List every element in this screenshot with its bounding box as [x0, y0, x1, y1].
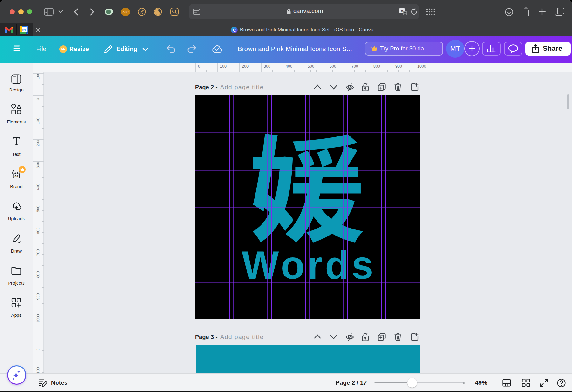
- svg-text:C: C: [233, 28, 236, 33]
- svg-text:co: co: [14, 174, 18, 178]
- svg-text:31: 31: [22, 28, 26, 32]
- svg-text:ABP: ABP: [122, 10, 128, 14]
